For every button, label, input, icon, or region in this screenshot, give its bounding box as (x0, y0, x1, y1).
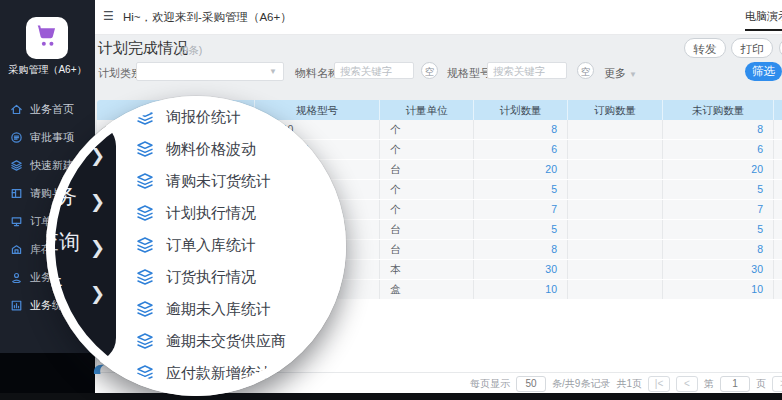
submenu-item-label: 应付款新增统计 (166, 364, 271, 383)
spacer-cell (774, 280, 782, 299)
spacer-cell (774, 160, 782, 179)
ordered-qty-cell (568, 280, 663, 299)
report-icon (10, 299, 23, 312)
spec-search-input[interactable] (487, 62, 567, 79)
plan-qty-link[interactable]: 8 (474, 240, 568, 259)
per-page-input[interactable]: 50 (516, 376, 546, 392)
pages-total-label: 共1页 (616, 377, 642, 391)
ordered-qty-cell (568, 140, 663, 159)
create-icon (10, 159, 23, 172)
submenu-item[interactable]: 订单入库统计 (136, 234, 256, 256)
magnifier-lens: ❯ ❯ ❯ ❯ 务 查询 表 询报价统计 物料价格波动 请购未订货统计 计划执行… (46, 96, 346, 396)
sidebar-item-approval[interactable]: 审批事项 (0, 123, 95, 151)
page-title: 计划完成情况 (98, 39, 188, 58)
material-clear-button[interactable]: 空 (421, 62, 438, 79)
submenu-item-label: 订单入库统计 (166, 236, 256, 255)
layers-icon (136, 300, 154, 318)
column-header: 未订购数量 (663, 100, 774, 120)
chevron-right-icon: ❯ (90, 237, 110, 259)
plan-qty-link[interactable]: 5 (474, 220, 568, 239)
ordered-qty-cell (568, 180, 663, 199)
submenu-item[interactable]: 询报价统计 (136, 106, 241, 128)
submenu-item[interactable]: 应付款新增统计 (136, 362, 271, 384)
shopping-cart-icon (33, 22, 61, 54)
unit-cell: 台 (380, 220, 474, 239)
submenu-item-label: 逾期未入库统计 (166, 300, 271, 319)
unordered-qty-link[interactable]: 8 (663, 120, 774, 139)
chevron-right-icon: ❯ (90, 191, 110, 213)
spacer-cell (774, 120, 782, 139)
spec-clear-button[interactable]: 空 (577, 62, 594, 79)
form-icon (10, 187, 23, 200)
column-header: 计划数量 (474, 100, 568, 120)
page-number-input[interactable]: 1 (720, 376, 750, 392)
sidebar-item-home[interactable]: 业务首页 (0, 95, 95, 123)
layers-icon (136, 204, 154, 222)
unordered-qty-link[interactable]: 5 (663, 220, 774, 239)
unit-cell: 台 (380, 160, 474, 179)
more-filters-toggle[interactable]: 更多▼ (604, 66, 637, 81)
plan-qty-link[interactable]: 8 (474, 120, 568, 139)
ordered-qty-cell (568, 240, 663, 259)
tab-pc-demo[interactable]: 电脑演示 (745, 9, 782, 24)
plan-qty-link[interactable]: 5 (474, 180, 568, 199)
plan-qty-link[interactable]: 6 (474, 140, 568, 159)
unit-cell: 个 (380, 200, 474, 219)
plan-type-select[interactable]: ▼ (136, 62, 284, 81)
submenu-item[interactable]: 计划执行情况 (136, 202, 256, 224)
approval-icon (10, 131, 23, 144)
home-icon (10, 103, 23, 116)
spacer-cell (774, 180, 782, 199)
unordered-qty-link[interactable]: 20 (663, 160, 774, 179)
inventory-icon (10, 243, 23, 256)
chevron-down-icon: ▼ (629, 70, 637, 79)
unordered-qty-link[interactable]: 6 (663, 140, 774, 159)
page-prefix-label: 第 (704, 377, 714, 391)
layers-icon (136, 364, 154, 382)
print-button[interactable]: 打印 (731, 38, 773, 58)
submenu-item[interactable]: 订货执行情况 (136, 266, 256, 288)
ordered-qty-cell (568, 260, 663, 279)
plan-qty-link[interactable]: 10 (474, 280, 568, 299)
plan-qty-link[interactable]: 30 (474, 260, 568, 279)
forward-button[interactable]: 转发 (684, 38, 726, 58)
app-name: 采购管理（A6+） (0, 63, 95, 77)
unordered-qty-link[interactable]: 10 (663, 280, 774, 299)
unit-cell: 本 (380, 260, 474, 279)
submenu-item-label: 询报价统计 (166, 108, 241, 127)
layers-icon (136, 140, 154, 158)
sidebar-item-label: 业务首页 (30, 102, 74, 117)
submenu-item-label: 订货执行情况 (166, 268, 256, 287)
material-search-input[interactable] (334, 62, 414, 79)
submenu-item[interactable]: 物料价格波动 (136, 138, 256, 160)
page-suffix-label: 页 (756, 377, 766, 391)
unordered-qty-link[interactable]: 5 (663, 180, 774, 199)
hamburger-menu-icon[interactable]: ☰ (103, 9, 114, 23)
chevron-down-icon: ▼ (269, 67, 277, 76)
column-header: 计量单位 (380, 100, 474, 120)
spacer-cell (774, 240, 782, 259)
submenu-item[interactable]: 请购未订货统计 (136, 170, 271, 192)
filter-button[interactable]: 筛选 (745, 62, 782, 81)
plan-qty-link[interactable]: 7 (474, 200, 568, 219)
column-header: 订购数量 (568, 100, 663, 120)
unit-cell: 个 (380, 140, 474, 159)
next-page-button[interactable]: > (772, 376, 782, 392)
magnified-text-fragment: 务 (56, 182, 77, 210)
submenu-item-label: 计划执行情况 (166, 204, 256, 223)
submenu-item-label: 物料价格波动 (166, 140, 256, 159)
first-page-button[interactable]: |< (648, 376, 670, 392)
submenu-item[interactable]: 逾期未入库统计 (136, 298, 271, 320)
prev-page-button[interactable]: < (676, 376, 698, 392)
spacer-cell (774, 260, 782, 279)
unit-cell: 个 (380, 180, 474, 199)
unordered-qty-link[interactable]: 7 (663, 200, 774, 219)
submenu-item-label: 请购未订货统计 (166, 172, 271, 191)
submenu-item[interactable]: 逾期未交货供应商 (136, 330, 286, 352)
unordered-qty-link[interactable]: 30 (663, 260, 774, 279)
plan-qty-link[interactable]: 20 (474, 160, 568, 179)
spacer-cell (774, 220, 782, 239)
column-header (774, 100, 782, 120)
unordered-qty-link[interactable]: 8 (663, 240, 774, 259)
layers-icon (136, 236, 154, 254)
